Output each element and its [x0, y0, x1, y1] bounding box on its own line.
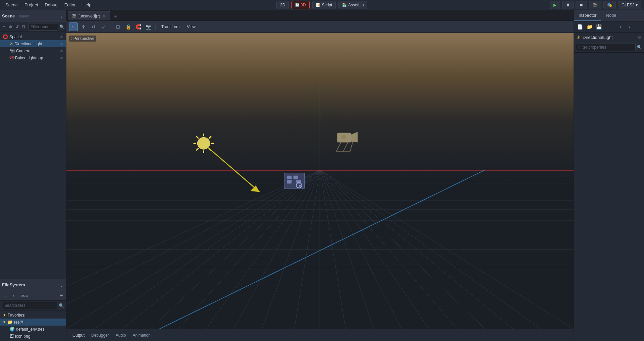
menu-scene[interactable]: Scene [3, 2, 20, 8]
filesystem-search-input[interactable] [2, 302, 57, 309]
inspector-selected-node: ✳ DirectionalLight ⚙ [574, 33, 644, 42]
tab-label: [unsaved](*) [78, 14, 100, 18]
fs-forward-button[interactable]: › [10, 292, 17, 299]
menu-help[interactable]: Help [80, 2, 94, 8]
camera-icon: 📷 [9, 48, 15, 53]
filesystem-item-default-env[interactable]: 🌍 default_env.tres [0, 326, 66, 333]
mode-2d-button[interactable]: 2D [276, 1, 289, 9]
filter-search-icon[interactable]: 🔍 [59, 23, 65, 31]
inspector-next-button[interactable]: › [625, 23, 633, 31]
inspector-filter-properties: 🔍 [574, 42, 644, 53]
menu-project[interactable]: Project [22, 2, 41, 8]
icon-png-icon: 🖼 [9, 334, 14, 339]
filesystem-title: FileSystem [2, 282, 25, 287]
svg-line-39 [196, 136, 199, 138]
vp-separator-2 [155, 23, 156, 30]
filter-nodes-input[interactable] [28, 23, 58, 31]
spatial-visibility-btn[interactable]: 👁 [60, 35, 63, 39]
vp-camera-button[interactable]: 📷 [144, 22, 153, 31]
tree-item-directionallight[interactable]: ✳ DirectionalLight 👁 [0, 40, 66, 47]
bakedlightmap-visibility-btn[interactable]: 👁 [60, 56, 63, 60]
svg-marker-44 [250, 185, 260, 192]
vp-local-button[interactable]: ⊞ [114, 22, 122, 31]
filesystem-item-res[interactable]: ▼ 📁 res:// [0, 319, 66, 326]
svg-line-43 [208, 148, 260, 192]
filesystem-panel: FileSystem ⋮ ‹ › res:// ☰ 🔍 ★ Favorites: [0, 279, 66, 341]
viewport-3d[interactable]: : Perspective .grid-line { stroke: #3a40… [66, 33, 574, 329]
tab-close-button[interactable]: ✕ [102, 13, 106, 19]
viewport-tab-main[interactable]: 🎬 [unsaved](*) ✕ [68, 11, 110, 20]
assetlib-button[interactable]: 🏪 AssetLib [338, 1, 367, 9]
inspector-history-button[interactable]: ⋮ [634, 23, 642, 31]
svg-point-47 [341, 135, 346, 139]
icon-png-label: icon.png [15, 334, 30, 339]
fs-back-button[interactable]: ‹ [1, 292, 9, 299]
tree-item-spatial[interactable]: ⭕ Spatial 👁 [0, 33, 66, 40]
merge-button[interactable]: ⊟ [21, 23, 26, 31]
directionallight-icon: ✳ [9, 41, 13, 46]
vp-transform-button[interactable]: Transform [158, 23, 182, 31]
inspector-toolbar: 📄 📁 💾 ‹ › ⋮ [574, 21, 644, 33]
svg-rect-54 [293, 176, 298, 179]
inspector-save-button[interactable]: 💾 [595, 23, 603, 31]
menu-editor[interactable]: Editor [62, 2, 78, 8]
inspector-new-script-button[interactable]: 📄 [576, 23, 584, 31]
tree-item-bakedlightmap[interactable]: 🗺 BakedLightmap 👁 [0, 54, 66, 61]
inspector-node-settings-icon[interactable]: ⚙ [638, 35, 641, 40]
camera-visibility-btn[interactable]: 👁 [60, 49, 63, 53]
vp-move-button[interactable]: ✛ [79, 22, 88, 31]
inspector-load-script-button[interactable]: 📁 [585, 23, 593, 31]
favorites-star-icon: ★ [3, 313, 6, 318]
import-panel-title[interactable]: Import [19, 14, 29, 18]
scene-tree: ⭕ Spatial 👁 ✳ DirectionalLight 👁 📷 Camer… [0, 32, 66, 279]
menu-debug[interactable]: Debug [42, 2, 60, 8]
tree-item-camera[interactable]: 📷 Camera 👁 [0, 47, 66, 54]
spatial-icon: ⭕ [3, 34, 8, 39]
svg-line-48 [336, 143, 341, 151]
svg-line-49 [343, 143, 348, 151]
mode-3d-button[interactable]: 🔄 3D [291, 1, 309, 9]
scene-panel-menu-icon[interactable]: ⋮ [59, 13, 64, 19]
vp-view-button[interactable]: View [184, 23, 199, 31]
default-env-label: default_env.tres [16, 327, 45, 332]
stop-button[interactable]: ⏹ [576, 1, 587, 9]
add-child-button[interactable]: ⊕ [8, 23, 13, 31]
filesystem-menu-icon[interactable]: ⋮ [59, 282, 64, 288]
tab-add-button[interactable]: + [111, 12, 119, 20]
inspector-tab-node[interactable]: Node [601, 10, 621, 21]
svg-rect-56 [287, 180, 292, 184]
script-button[interactable]: 📝 Script [312, 1, 336, 9]
vp-snap-button[interactable]: 🧲 [134, 22, 143, 31]
vp-scale-button[interactable]: ⤢ [99, 22, 108, 31]
mode-3d-label: 3D [301, 3, 306, 7]
play-scene-button[interactable]: 🎬 [589, 1, 601, 9]
bottom-tab-animation[interactable]: Animation [129, 332, 154, 339]
directionallight-visibility-btn[interactable]: 👁 [60, 42, 63, 46]
filter-properties-input[interactable] [576, 44, 636, 51]
fs-view-toggle[interactable]: ☰ [57, 292, 65, 299]
renderer-button[interactable]: GLES3 ▾ [618, 1, 641, 9]
pause-button[interactable]: ⏸ [562, 1, 574, 9]
inspector-tab-inspector[interactable]: Inspector [574, 10, 601, 21]
vp-lock-button[interactable]: 🔒 [124, 22, 132, 31]
bottom-tab-output[interactable]: Output [69, 332, 88, 339]
bottom-tab-debugger[interactable]: Debugger [88, 332, 112, 339]
filesystem-item-icon-png[interactable]: 🖼 icon.png [0, 333, 66, 340]
viewport-perspective-label: : Perspective [69, 36, 96, 42]
bakedlightmap-label: BakedLightmap [15, 56, 58, 60]
add-node-button[interactable]: + [1, 23, 7, 31]
refresh-button[interactable]: ↺ [14, 23, 19, 31]
inspector-node-type-icon: ✳ [577, 35, 581, 40]
vp-select-button[interactable]: ↖ [69, 22, 78, 31]
filter-properties-search-icon: 🔍 [637, 45, 642, 50]
play-button[interactable]: ▶ [550, 1, 560, 9]
right-panel: Inspector Node 📄 📁 💾 ‹ › ⋮ ✳ Directional… [574, 10, 644, 341]
bottom-tab-audio[interactable]: Audio [112, 332, 129, 339]
filesystem-current-path: res:// [18, 293, 30, 299]
vp-rotate-button[interactable]: ↺ [89, 22, 98, 31]
perspective-grid-svg: .grid-line { stroke: #3a4050; stroke-wid… [66, 33, 574, 329]
renderer-label: GLES3 ▾ [622, 3, 638, 7]
inspector-prev-button[interactable]: ‹ [616, 23, 625, 31]
scene-toolbar: + ⊕ ↺ ⊟ 🔍 [0, 22, 66, 32]
play-custom-button[interactable]: 🎭 [603, 1, 616, 9]
